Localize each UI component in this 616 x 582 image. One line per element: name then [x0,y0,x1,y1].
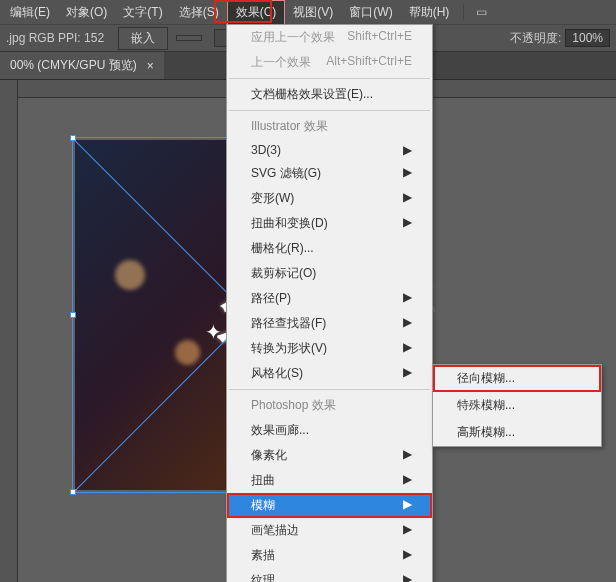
close-icon[interactable]: × [147,59,154,73]
chevron-right-icon: ▶ [403,365,412,382]
chevron-right-icon: ▶ [403,497,412,514]
ruler-vertical [0,80,18,582]
edit-button[interactable] [176,35,202,41]
menu-window[interactable]: 窗口(W) [341,1,400,24]
menu-separator [229,110,430,111]
menu-warp[interactable]: 变形(W)▶ [227,186,432,211]
chevron-right-icon: ▶ [403,165,412,182]
doc-info: .jpg RGB PPI: 152 [0,31,110,45]
chevron-right-icon: ▶ [403,315,412,332]
menu-convert-shape[interactable]: 转换为形状(V)▶ [227,336,432,361]
sparkle-icon: ✦ [205,320,222,344]
menu-sketch[interactable]: 素描▶ [227,543,432,568]
menu-crop-marks[interactable]: 裁剪标记(O) [227,261,432,286]
tab-label: 00% (CMYK/GPU 预览) [10,57,137,74]
menu-select[interactable]: 选择(S) [171,1,227,24]
menu-text[interactable]: 文字(T) [115,1,170,24]
menu-separator [229,78,430,79]
menu-effect-gallery[interactable]: 效果画廊... [227,418,432,443]
chevron-right-icon: ▶ [403,472,412,489]
menu-last-effect: 上一个效果Alt+Shift+Ctrl+E [227,50,432,75]
menu-edit[interactable]: 编辑(E) [2,1,58,24]
chevron-right-icon: ▶ [403,547,412,564]
chevron-right-icon: ▶ [403,290,412,307]
menu-brush-strokes[interactable]: 画笔描边▶ [227,518,432,543]
menu-stylize-ai[interactable]: 风格化(S)▶ [227,361,432,386]
chevron-right-icon: ▶ [403,447,412,464]
menu-gaussian-blur[interactable]: 高斯模糊... [433,419,601,446]
menu-separator [229,389,430,390]
menu-view[interactable]: 视图(V) [285,1,341,24]
blur-submenu: 径向模糊... 特殊模糊... 高斯模糊... [432,364,602,447]
menu-separator [463,4,464,20]
menu-distort-transform[interactable]: 扭曲和变换(D)▶ [227,211,432,236]
menu-svg-filters[interactable]: SVG 滤镜(G)▶ [227,161,432,186]
menu-radial-blur[interactable]: 径向模糊... [433,365,601,392]
menu-effect[interactable]: 效果(C) [227,0,286,25]
menu-smart-blur[interactable]: 特殊模糊... [433,392,601,419]
chevron-right-icon: ▶ [403,522,412,539]
menu-pathfinder[interactable]: 路径查找器(F)▶ [227,311,432,336]
layout-icon[interactable]: ▭ [470,3,493,21]
opacity-value[interactable]: 100% [565,29,610,47]
menu-section-illustrator: Illustrator 效果 [227,114,432,139]
menu-apply-last-effect: 应用上一个效果Shift+Ctrl+E [227,25,432,50]
menu-section-photoshop: Photoshop 效果 [227,393,432,418]
menu-rasterize[interactable]: 栅格化(R)... [227,236,432,261]
menu-distort[interactable]: 扭曲▶ [227,468,432,493]
menu-path[interactable]: 路径(P)▶ [227,286,432,311]
menu-texture[interactable]: 纹理▶ [227,568,432,582]
chevron-right-icon: ▶ [403,143,412,157]
menu-object[interactable]: 对象(O) [58,1,115,24]
chevron-right-icon: ▶ [403,215,412,232]
chevron-right-icon: ▶ [403,190,412,207]
menu-3d[interactable]: 3D(3)▶ [227,139,432,161]
menu-help[interactable]: 帮助(H) [401,1,458,24]
menu-blur[interactable]: 模糊▶ [227,493,432,518]
embed-button[interactable]: 嵌入 [118,27,168,50]
document-tab[interactable]: 00% (CMYK/GPU 预览) × [0,52,164,79]
menubar: 编辑(E) 对象(O) 文字(T) 选择(S) 效果(C) 视图(V) 窗口(W… [0,0,616,24]
effect-menu-dropdown: 应用上一个效果Shift+Ctrl+E 上一个效果Alt+Shift+Ctrl+… [226,24,433,582]
opacity-label: 不透明度: [510,30,561,47]
chevron-right-icon: ▶ [403,572,412,582]
menu-pixelate[interactable]: 像素化▶ [227,443,432,468]
menu-doc-raster-settings[interactable]: 文档栅格效果设置(E)... [227,82,432,107]
opacity-group: 不透明度: 100% [510,29,610,47]
chevron-right-icon: ▶ [403,340,412,357]
